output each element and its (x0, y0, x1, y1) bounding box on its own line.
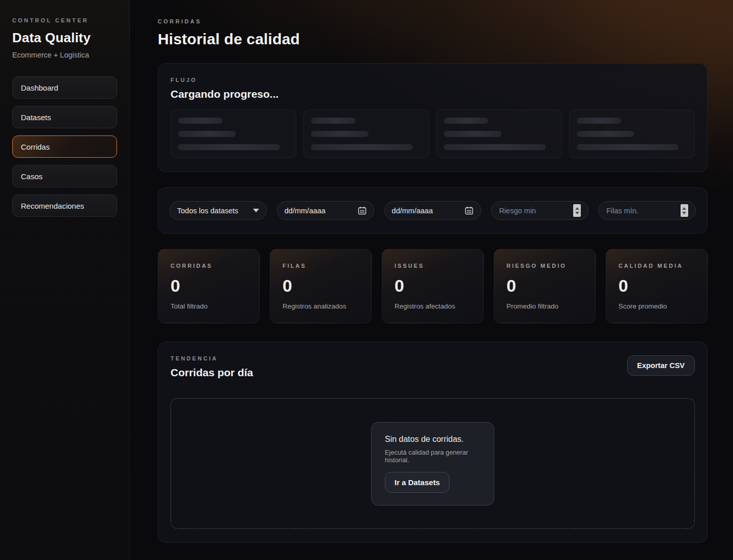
sidebar-item-datasets[interactable]: Datasets (12, 106, 117, 128)
date-to-placeholder: dd/mm/aaaa (392, 207, 433, 215)
stat-card-calidad-media: CALIDAD MEDIA 0 Score promedio (606, 249, 708, 323)
sidebar-item-recomendaciones[interactable]: Recomendaciones (12, 194, 117, 217)
stat-value: 0 (171, 277, 247, 294)
stat-label: RIESGO MEDIO (506, 263, 583, 269)
risk-min-placeholder: Riesgo min (499, 207, 536, 215)
trend-eyebrow: TENDENCIA (171, 355, 253, 361)
sidebar-eyebrow: CONTROL CENTER (12, 17, 117, 23)
flujo-title: Cargando progreso... (171, 88, 695, 100)
sidebar-item-corridas[interactable]: Corridas (12, 135, 117, 158)
sidebar-item-label: Datasets (21, 113, 51, 122)
date-from-input[interactable]: dd/mm/aaaa (277, 201, 374, 220)
skeleton-bar (178, 131, 236, 137)
dataset-select-value: Todos los datasets (177, 207, 238, 215)
rows-min-placeholder: Filas mín. (606, 207, 638, 215)
stats-row: CORRIDAS 0 Total filtrado FILAS 0 Regist… (158, 249, 708, 323)
sidebar-nav: Dashboard Datasets Corridas Casos Recome… (12, 76, 117, 217)
sidebar-item-casos[interactable]: Casos (12, 165, 117, 187)
skeleton-card (171, 109, 296, 158)
number-stepper-icon[interactable] (573, 204, 581, 217)
skeleton-bar (577, 118, 621, 124)
trend-titles: TENDENCIA Corridas por día (171, 355, 253, 379)
calendar-icon[interactable] (358, 206, 366, 215)
empty-state-subtitle: Ejecutá calidad para generar historial. (385, 449, 481, 464)
risk-min-input[interactable]: Riesgo min (491, 201, 588, 220)
stat-card-corridas: CORRIDAS 0 Total filtrado (158, 249, 260, 323)
skeleton-bar (311, 118, 355, 124)
main-content: CORRIDAS Historial de calidad FLUJO Carg… (130, 0, 733, 560)
stat-label: FILAS (283, 263, 359, 269)
stat-label: CORRIDAS (171, 263, 247, 269)
stat-card-issues: ISSUES 0 Registros afectados (382, 249, 484, 323)
calendar-icon[interactable] (465, 206, 473, 215)
sidebar: CONTROL CENTER Data Quality Ecommerce + … (0, 0, 130, 560)
sidebar-item-label: Corridas (21, 143, 50, 151)
stat-card-filas: FILAS 0 Registros analizados (270, 249, 372, 323)
number-stepper-icon[interactable] (681, 204, 688, 217)
skeleton-bar (444, 118, 488, 124)
stat-sublabel: Promedio filtrado (506, 302, 583, 310)
export-csv-button[interactable]: Exportar CSV (627, 355, 695, 376)
stat-card-riesgo-medio: RIESGO MEDIO 0 Promedio filtrado (494, 249, 596, 323)
app-title: Data Quality (12, 30, 117, 46)
flujo-skeleton-row (171, 109, 695, 158)
stat-value: 0 (506, 277, 583, 294)
filter-bar: Todos los datasets dd/mm/aaaa dd/mm/aaaa (158, 187, 708, 234)
stat-value: 0 (618, 277, 695, 294)
sidebar-item-dashboard[interactable]: Dashboard (12, 76, 117, 99)
flujo-eyebrow: FLUJO (171, 77, 695, 83)
sidebar-item-label: Recomendaciones (21, 202, 84, 210)
page-eyebrow: CORRIDAS (158, 18, 708, 24)
sidebar-item-label: Casos (21, 172, 43, 181)
stat-label: ISSUES (394, 263, 471, 269)
stepper-up-icon (575, 207, 579, 210)
trend-card: TENDENCIA Corridas por día Exportar CSV … (158, 342, 708, 543)
sidebar-item-label: Dashboard (21, 83, 58, 92)
stat-sublabel: Total filtrado (171, 302, 247, 310)
skeleton-card (569, 109, 695, 158)
skeleton-bar (178, 144, 280, 150)
skeleton-bar (311, 131, 369, 137)
empty-state: Sin datos de corridas. Ejecutá calidad p… (371, 422, 494, 506)
empty-state-title: Sin datos de corridas. (385, 435, 481, 444)
date-from-placeholder: dd/mm/aaaa (285, 207, 326, 215)
skeleton-card (436, 109, 562, 158)
page-title: Historial de calidad (158, 31, 708, 48)
skeleton-bar (444, 131, 501, 137)
skeleton-bar (577, 144, 679, 150)
stat-value: 0 (283, 277, 359, 294)
skeleton-card (303, 109, 429, 158)
trend-header: TENDENCIA Corridas por día Exportar CSV (171, 355, 695, 379)
trend-title: Corridas por día (171, 367, 253, 379)
skeleton-bar (444, 144, 546, 150)
go-to-datasets-button[interactable]: Ir a Datasets (385, 472, 449, 493)
chevron-down-icon (253, 209, 259, 212)
trend-chart-area: Sin datos de corridas. Ejecutá calidad p… (171, 398, 695, 529)
app-subtitle: Ecommerce + Logistica (12, 51, 117, 59)
stat-label: CALIDAD MEDIA (618, 263, 695, 269)
stat-value: 0 (394, 277, 471, 294)
flujo-card: FLUJO Cargando progreso... (158, 63, 708, 172)
stepper-up-icon (682, 207, 686, 210)
stepper-down-icon (682, 212, 686, 214)
dataset-select[interactable]: Todos los datasets (170, 201, 267, 220)
stat-sublabel: Registros afectados (394, 302, 471, 310)
stat-sublabel: Score promedio (618, 302, 695, 310)
rows-min-input[interactable]: Filas mín. (599, 201, 696, 220)
stepper-down-icon (575, 212, 579, 214)
date-to-input[interactable]: dd/mm/aaaa (384, 201, 482, 220)
stat-sublabel: Registros analizados (283, 302, 359, 310)
skeleton-bar (311, 144, 413, 150)
skeleton-bar (577, 131, 634, 137)
skeleton-bar (178, 118, 222, 124)
